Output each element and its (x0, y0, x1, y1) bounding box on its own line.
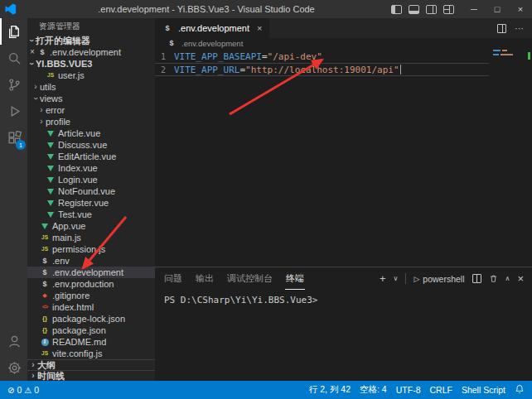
minimap[interactable] (493, 50, 521, 58)
line-number: 2 (155, 65, 166, 75)
chevron-right-icon: › (37, 116, 46, 127)
json-file-icon: {} (40, 324, 50, 336)
panel-tab-输出[interactable]: 输出 (195, 267, 215, 290)
chevron-right-icon: › (29, 370, 37, 381)
terminal-icon: ▷ (414, 275, 419, 283)
tree-item-.env.production[interactable]: $.env.production (27, 278, 155, 290)
tree-item-.gitignore[interactable]: ◆.gitignore (27, 290, 155, 301)
timeline-section-header[interactable]: › 时间线 (27, 370, 155, 381)
file-label: EditArticle.vue (58, 151, 116, 162)
shell-file-icon: $ (167, 39, 177, 47)
tree-item-vite.config.js[interactable]: JSvite.config.js (27, 348, 155, 359)
maximize-panel-button[interactable]: ∧ (505, 276, 510, 282)
toggle-secondary-sidebar-icon[interactable] (426, 5, 437, 14)
toggle-panel-icon[interactable] (409, 5, 419, 14)
html-file-icon: <> (40, 301, 50, 313)
file-label: .env.production (52, 278, 114, 290)
editor-tab-env-development[interactable]: $ .env.development × (155, 18, 269, 38)
tree-item-Login.vue[interactable]: Login.vue (27, 174, 155, 185)
toggle-sidebar-icon[interactable] (391, 5, 402, 14)
activity-settings-button[interactable] (0, 354, 27, 381)
timeline-label: 时间线 (37, 370, 65, 381)
warning-icon: ⚠ (24, 386, 31, 395)
tree-item-package-lock.json[interactable]: {}package-lock.json (27, 313, 155, 324)
terminal-tab-powershell[interactable]: ▷ powershell (414, 274, 464, 284)
terminal-profile-dropdown-icon[interactable]: ∨ (394, 276, 399, 282)
tree-item-main.js[interactable]: JSmain.js (27, 232, 155, 243)
tree-item-Register.vue[interactable]: Register.vue (27, 197, 155, 209)
folder-label: views (40, 93, 63, 104)
outline-section-header[interactable]: › 大纲 (27, 359, 155, 370)
vue-file-icon (46, 154, 56, 160)
js-file-icon: JS (40, 348, 50, 359)
gear-icon (7, 361, 22, 375)
activity-explorer-button[interactable] (0, 18, 27, 45)
file-label: Login.vue (58, 174, 98, 185)
status-language-mode[interactable]: Shell Script (462, 385, 505, 395)
status-cursor-position[interactable]: 行 2, 列 42 (309, 384, 351, 396)
customize-layout-icon[interactable] (443, 5, 454, 14)
tree-item-index.html[interactable]: <>index.html (27, 301, 155, 313)
file-label: permission.js (52, 243, 105, 255)
close-panel-button[interactable]: × (517, 273, 524, 284)
tree-item-views[interactable]: ›views (27, 93, 155, 104)
tree-item-permission.js[interactable]: JSpermission.js (27, 243, 155, 255)
close-icon[interactable]: × (27, 46, 37, 58)
panel-tab-终端[interactable]: 终端 (285, 267, 305, 290)
close-icon[interactable]: × (257, 23, 262, 33)
file-label: vite.config.js (52, 348, 103, 359)
tree-item-Test.vue[interactable]: Test.vue (27, 209, 155, 220)
tree-item-package.json[interactable]: {}package.json (27, 324, 155, 336)
error-count: 0 (17, 385, 22, 395)
new-terminal-button[interactable]: + (380, 273, 386, 284)
close-button[interactable]: × (509, 0, 532, 18)
more-actions-button[interactable]: ··· (515, 23, 524, 33)
code-lines: 1VITE_APP_BASEAPI="/api-dev"2VITE_APP_UR… (155, 50, 489, 76)
tree-item-user.js[interactable]: JSuser.js (27, 70, 155, 81)
tree-item-profile[interactable]: ›profile (27, 116, 155, 127)
tree-item-Discuss.vue[interactable]: Discuss.vue (27, 139, 155, 151)
tree-item-.env.development[interactable]: $.env.development (27, 267, 155, 278)
tree-item-.env[interactable]: $.env (27, 255, 155, 267)
project-root-header[interactable]: › YI.BBS.VUE3 (27, 58, 155, 70)
kill-terminal-button[interactable] (489, 272, 498, 286)
tree-item-README.md[interactable]: iREADME.md (27, 336, 155, 348)
file-label: package-lock.json (52, 313, 125, 324)
file-label: Article.vue (58, 127, 100, 139)
chevron-right-icon: › (31, 81, 40, 93)
activity-account-button[interactable] (0, 328, 27, 354)
tree-item-Index.vue[interactable]: Index.vue (27, 162, 155, 174)
activity-run-debug-button[interactable] (0, 98, 27, 124)
breadcrumb[interactable]: $ .env.development (155, 38, 532, 48)
editor-area: $ .env.development × ··· $ .env.developm… (155, 18, 532, 381)
activity-search-button[interactable] (0, 45, 27, 71)
maximize-button[interactable]: □ (486, 0, 509, 18)
minimize-button[interactable]: ─ (462, 0, 486, 18)
panel-tab-问题[interactable]: 问题 (163, 267, 183, 290)
notifications-bell-button[interactable] (515, 384, 525, 396)
open-editor-item[interactable]: × $ .env.development (27, 46, 155, 58)
file-label: index.html (52, 301, 94, 313)
panel-tab-调试控制台[interactable]: 调试控制台 (226, 267, 273, 290)
tree-item-error[interactable]: ›error (27, 104, 155, 116)
tree-item-utils[interactable]: ›utils (27, 81, 155, 93)
outline-label: 大纲 (37, 359, 56, 370)
status-indentation[interactable]: 空格: 4 (360, 384, 387, 396)
js-file-icon: JS (40, 232, 50, 243)
code-editor[interactable]: 1VITE_APP_BASEAPI="/api-dev"2VITE_APP_UR… (155, 48, 532, 267)
line-number: 1 (155, 52, 166, 61)
tree-item-EditArticle.vue[interactable]: EditArticle.vue (27, 151, 155, 162)
split-terminal-button[interactable] (472, 274, 481, 283)
tree-item-Article.vue[interactable]: Article.vue (27, 127, 155, 139)
status-encoding[interactable]: UTF-8 (396, 385, 421, 395)
split-editor-button[interactable] (497, 24, 506, 33)
problems-status[interactable]: ⊘ 0 ⚠ 0 (7, 385, 39, 395)
terminal-prompt: PS D:\CSharp\Yi\Yi.BBS.Vue3> (164, 295, 317, 305)
status-eol[interactable]: CRLF (429, 385, 452, 395)
tree-item-NotFound.vue[interactable]: NotFound.vue (27, 185, 155, 197)
tree-item-App.vue[interactable]: App.vue (27, 220, 155, 232)
terminal-content[interactable]: PS D:\CSharp\Yi\Yi.BBS.Vue3> (155, 290, 532, 381)
activity-source-control-button[interactable] (0, 71, 27, 98)
activity-extensions-button[interactable]: 1 (0, 124, 27, 151)
open-editors-header[interactable]: › 打开的编辑器 (27, 35, 155, 46)
